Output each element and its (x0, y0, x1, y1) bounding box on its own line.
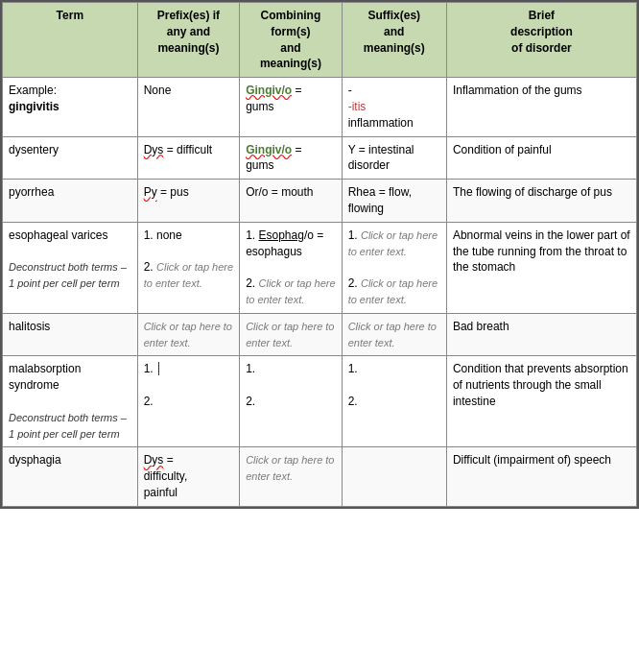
col-header-description: Briefdescriptionof disorder (446, 3, 636, 78)
description-value: Bad breath (453, 320, 509, 333)
term-cell: malabsorption syndrome Deconstruct both … (3, 356, 138, 447)
prefix-value: None (144, 84, 172, 97)
medical-terms-table: Term Prefix(es) ifany andmeaning(s) Comb… (2, 2, 637, 507)
combining-cell: 1. Esophag/o = esophagus 2. Click or tap… (240, 222, 342, 313)
esophag-underline: Esophag (259, 228, 304, 242)
term-label: pyorrhea (9, 185, 54, 199)
prefix-cell: Py = pus (137, 180, 239, 223)
description-cell: The flowing of discharge of pus (446, 180, 636, 223)
table-row: dysentery Dys = difficult Gingiv/o =gums… (3, 136, 637, 180)
col-header-suffix: Suffix(es)andmeaning(s) (342, 3, 446, 78)
table-row: pyorrhea Py = pus Or/o = mouth Rhea = fl… (3, 180, 637, 223)
description-value: Condition that prevents absorption of nu… (453, 362, 628, 408)
prefix-dys2: Dys (144, 453, 164, 467)
description-cell: Difficult (impairment of) speech (446, 447, 636, 506)
term-cell: pyorrhea (3, 180, 138, 223)
combining-cell: Or/o = mouth (240, 180, 342, 223)
term-label: Example:gingivitis (9, 84, 59, 113)
combining-placeholder[interactable]: Click or tap here to enter text. (246, 454, 334, 482)
description-value: Inflammation of the gums (453, 84, 582, 97)
combining-2: 2. Click or tap here to enter text. (246, 276, 335, 308)
combining-cell: Click or tap here to enter text. (240, 447, 342, 506)
table-row: Example:gingivitis None Gingiv/o =gums -… (3, 78, 637, 136)
suffix-cell: Y = intestinal disorder (342, 136, 446, 180)
description-value: The flowing of discharge of pus (453, 185, 612, 199)
suffix-cell: - -itisinflammation (342, 78, 446, 136)
col-header-combining: Combiningform(s)andmeaning(s) (240, 3, 342, 78)
combining-cell: Click or tap here to enter text. (240, 313, 342, 356)
combining-cell: Gingiv/o =gums (240, 78, 342, 136)
combining-value: Gingiv/o (246, 143, 292, 156)
prefix-cell: 1. 2. (137, 356, 239, 447)
term-cell: dysentery (3, 136, 138, 180)
term-cell: halitosis (3, 313, 138, 356)
header-row: Term Prefix(es) ifany andmeaning(s) Comb… (3, 3, 637, 78)
term-label: dysentery (9, 143, 59, 156)
combining-cell: Gingiv/o =gums (240, 136, 342, 180)
combining-cell: 1. 2. (240, 356, 342, 447)
term-cell: Example:gingivitis (3, 78, 138, 136)
suffix-cell: Rhea = flow, flowing (342, 180, 446, 223)
combining-1: 1. Esophag/o = esophagus (246, 228, 335, 260)
table-row: dysphagia Dys =difficulty,painful Click … (3, 447, 637, 506)
combining-placeholder[interactable]: Click or tap here to enter text. (246, 321, 334, 348)
term-label: esophageal varices (9, 228, 107, 242)
description-cell: Condition of painful (446, 136, 636, 180)
suffix-dash: - (348, 83, 440, 99)
suffix-value: Rhea = flow, flowing (348, 185, 412, 215)
deconstruct-note-2: Deconstruct both terms – 1 point per cel… (9, 412, 127, 440)
prefix-cell: 1. none 2. Click or tap here to enter te… (137, 222, 239, 313)
description-value: Abnormal veins in the lower part of the … (453, 228, 630, 275)
description-cell: Condition that prevents absorption of nu… (446, 356, 636, 447)
col-header-term: Term (3, 3, 138, 78)
col-header-prefix: Prefix(es) ifany andmeaning(s) (137, 3, 239, 78)
description-cell: Bad breath (446, 313, 636, 356)
table-row: halitosis Click or tap here to enter tex… (3, 313, 637, 356)
term-label: halitosis (9, 320, 50, 333)
combining-value: Or/o = mouth (246, 185, 313, 199)
prefix-2: 2. (144, 394, 233, 410)
prefix-cell: None (137, 78, 239, 136)
term-label: malabsorption syndrome (9, 362, 81, 392)
description-value: Difficult (impairment of) speech (453, 453, 611, 467)
combining-value: Gingiv/o (246, 84, 292, 97)
term-cell: esophageal varices Deconstruct both term… (3, 222, 138, 313)
prefix-dys: Dys (144, 143, 164, 156)
prefix-cell: Dys =difficulty,painful (137, 447, 239, 506)
prefix-py: Py (144, 185, 157, 199)
description-cell: Inflammation of the gums (446, 78, 636, 136)
combining-2: 2. (246, 394, 335, 410)
suffix-value: -itisinflammation (348, 99, 440, 132)
table-row: esophageal varices Deconstruct both term… (3, 222, 637, 313)
deconstruct-note: Deconstruct both terms – 1 point per cel… (9, 261, 127, 289)
suffix-cell: 1. Click or tap here to enter text. 2. C… (342, 222, 446, 313)
suffix-cell: 1. 2. (342, 356, 446, 447)
prefix-1: 1. (144, 361, 233, 377)
prefix-cell: Click or tap here to enter text. (137, 313, 239, 356)
suffix-2: 2. Click or tap here to enter text. (348, 276, 440, 308)
prefix-cell: Dys = difficult (137, 136, 239, 180)
prefix-meaning: = pus (157, 185, 189, 199)
description-cell: Abnormal veins in the lower part of the … (446, 222, 636, 313)
suffix-placeholder[interactable]: Click or tap here to enter text. (348, 321, 437, 348)
combining-1: 1. (246, 361, 335, 377)
suffix-1: 1. Click or tap here to enter text. (348, 228, 440, 260)
term-label: dysphagia (9, 453, 61, 467)
description-value: Condition of painful (453, 143, 552, 156)
prefix-2: 2. Click or tap here to enter text. (144, 259, 233, 292)
term-cell: dysphagia (3, 447, 138, 506)
prefix-placeholder[interactable]: Click or tap here to enter text. (144, 321, 232, 348)
suffix-1: 1. (348, 361, 440, 377)
prefix-1: 1. none (144, 228, 233, 244)
table-row: malabsorption syndrome Deconstruct both … (3, 356, 637, 447)
prefix-meaning: = difficult (163, 143, 212, 156)
suffix-2: 2. (348, 394, 440, 410)
suffix-cell: Click or tap here to enter text. (342, 313, 446, 356)
suffix-value (348, 453, 351, 467)
suffix-cell (342, 447, 446, 506)
suffix-value: Y = intestinal disorder (348, 143, 414, 173)
main-table-container: Term Prefix(es) ifany andmeaning(s) Comb… (0, 0, 639, 509)
